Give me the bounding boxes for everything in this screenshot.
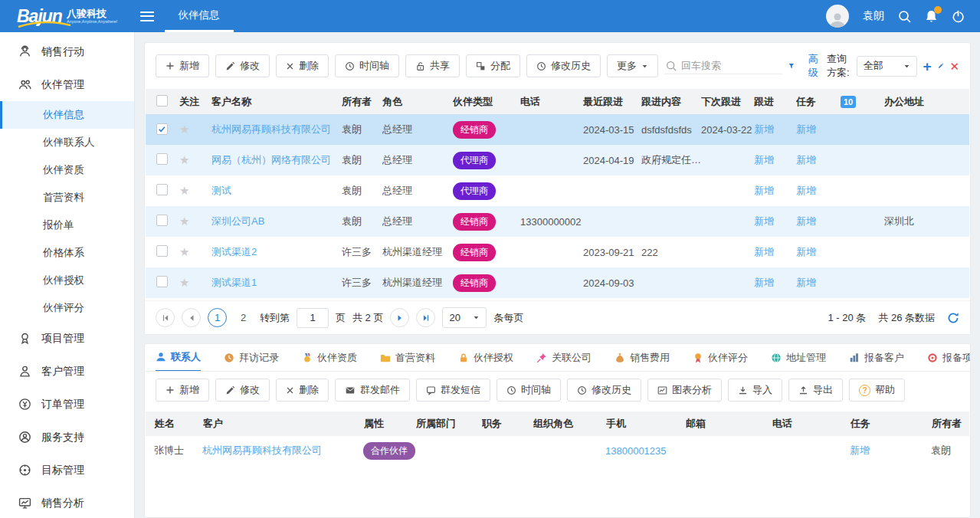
customer-link[interactable]: 深圳公司AB — [211, 215, 264, 227]
tab-first-sale-docs[interactable]: 首营资料 — [380, 344, 435, 372]
row-checkbox[interactable] — [156, 276, 168, 287]
row-checkbox[interactable] — [156, 184, 168, 195]
page-number-1[interactable]: 1 — [208, 308, 227, 327]
last-page-button[interactable] — [416, 308, 435, 327]
favorite-star-icon[interactable] — [179, 215, 189, 228]
add-scheme-icon[interactable] — [923, 59, 932, 74]
tab-related-companies[interactable]: 关联公司 — [536, 344, 592, 372]
user-avatar[interactable] — [826, 5, 849, 28]
filter-funnel-icon[interactable] — [788, 61, 795, 71]
add-task-link[interactable]: 新增 — [796, 185, 816, 196]
customer-link[interactable]: 测试渠道2 — [211, 246, 257, 257]
edit-contact-button[interactable]: 修改 — [215, 379, 270, 402]
delete-contact-button[interactable]: 删除 — [276, 379, 329, 402]
delete-button[interactable]: 删除 — [276, 54, 329, 77]
tab-partner-score[interactable]: 伙伴评分 — [693, 344, 748, 372]
import-button[interactable]: 导入 — [728, 379, 782, 402]
delete-scheme-icon[interactable] — [949, 61, 959, 72]
share-button[interactable]: 共享 — [405, 54, 460, 77]
search-icon[interactable] — [898, 10, 911, 23]
favorite-star-icon[interactable] — [179, 153, 189, 166]
query-scheme-select[interactable]: 全部 — [857, 56, 917, 77]
row-checkbox[interactable] — [156, 215, 168, 226]
tab-reported-customers[interactable]: 报备客户 — [849, 344, 904, 372]
row-checkbox[interactable] — [156, 153, 168, 165]
add-follow-link[interactable]: 新增 — [754, 246, 774, 257]
tab-visit-records[interactable]: 拜访记录 — [224, 344, 279, 372]
sidebar-item-customer-mgmt[interactable]: 客户管理 — [0, 355, 134, 388]
assign-button[interactable]: 分配 — [466, 54, 520, 77]
sidebar-item-partner-score[interactable]: 伙伴评分 — [0, 294, 134, 322]
select-all-checkbox[interactable] — [156, 95, 168, 107]
sidebar-item-order-mgmt[interactable]: 订单管理 — [0, 388, 134, 421]
next-page-button[interactable] — [390, 308, 409, 327]
sidebar-item-target-mgmt[interactable]: 目标管理 — [0, 454, 134, 487]
add-follow-link[interactable]: 新增 — [754, 123, 774, 135]
page-size-select[interactable]: 20 — [442, 307, 487, 328]
tab-partner-authorization[interactable]: 伙伴授权 — [458, 344, 513, 372]
refresh-icon[interactable] — [947, 312, 959, 324]
add-task-link[interactable]: 新增 — [796, 215, 816, 227]
tab-reported-projects[interactable]: 报备项目 — [927, 344, 970, 372]
add-task-link[interactable]: 新增 — [796, 154, 816, 166]
tab-partner-qualification[interactable]: 伙伴资质 — [302, 344, 357, 372]
sidebar-item-partner-mgmt[interactable]: 伙伴管理 — [0, 68, 134, 101]
favorite-star-icon[interactable] — [179, 123, 189, 136]
add-task-link[interactable]: 新增 — [796, 277, 816, 288]
edit-scheme-icon[interactable] — [938, 61, 944, 71]
page-number-2[interactable]: 2 — [234, 308, 253, 327]
sidebar-item-service-support[interactable]: 服务支持 — [0, 421, 134, 454]
tab-sales-expenses[interactable]: 销售费用 — [615, 344, 670, 372]
contact-customer-link[interactable]: 杭州网易再顾科技有限公司 — [202, 444, 322, 456]
edit-history-button[interactable]: 修改历史 — [526, 54, 601, 77]
timeline-button[interactable]: 时间轴 — [497, 379, 561, 402]
sidebar-item-partner-info[interactable]: 伙伴信息 — [0, 101, 134, 129]
timeline-button[interactable]: 时间轴 — [335, 54, 399, 77]
tab-partner-info[interactable]: 伙伴信息 — [165, 0, 234, 32]
mass-email-button[interactable]: 群发邮件 — [335, 379, 410, 402]
sidebar-item-project-mgmt[interactable]: 项目管理 — [0, 322, 134, 355]
prev-page-button[interactable] — [182, 308, 201, 327]
first-page-button[interactable] — [156, 308, 175, 327]
edit-button[interactable]: 修改 — [215, 54, 270, 77]
customer-link[interactable]: 测试渠道1 — [211, 277, 257, 288]
sidebar-item-price-system[interactable]: 价格体系 — [0, 239, 134, 267]
edit-history-button[interactable]: 修改历史 — [567, 379, 641, 402]
notification-bell-icon[interactable] — [925, 9, 938, 23]
row-checkbox[interactable] — [156, 245, 168, 257]
sidebar-item-first-sale-docs[interactable]: 首营资料 — [0, 184, 134, 211]
sidebar-item-sales-analysis[interactable]: 销售分析 — [0, 487, 134, 518]
contact-add-task-link[interactable]: 新增 — [850, 444, 870, 456]
more-button[interactable]: 更多 — [607, 54, 658, 77]
user-name[interactable]: 袁朗 — [863, 9, 884, 23]
export-button[interactable]: 导出 — [788, 379, 843, 402]
customer-link[interactable]: 杭州网易再顾科技有限公司 — [211, 123, 331, 135]
customer-link[interactable]: 网易（杭州）网络有限公司 — [211, 154, 331, 166]
customer-link[interactable]: 测试 — [211, 185, 231, 196]
mass-sms-button[interactable]: 群发短信 — [416, 379, 490, 402]
chart-analysis-button[interactable]: 图表分析 — [647, 379, 722, 402]
add-button[interactable]: 新增 — [156, 54, 209, 77]
add-follow-link[interactable]: 新增 — [754, 185, 774, 196]
goto-page-input[interactable] — [297, 308, 329, 328]
sidebar-item-partner-contacts[interactable]: 伙伴联系人 — [0, 129, 134, 156]
help-button[interactable]: 帮助 — [849, 379, 905, 402]
sidebar-item-quotation[interactable]: 报价单 — [0, 211, 134, 239]
add-follow-link[interactable]: 新增 — [754, 215, 774, 227]
contact-mobile-link[interactable]: 13800001235 — [605, 445, 667, 457]
sidebar-item-partner-qualification[interactable]: 伙伴资质 — [0, 156, 134, 184]
sidebar-item-partner-authorization[interactable]: 伙伴授权 — [0, 267, 134, 294]
advanced-search-link[interactable]: 高级 — [808, 52, 819, 80]
search-input[interactable] — [681, 60, 781, 71]
add-contact-button[interactable]: 新增 — [156, 379, 209, 402]
tab-address-mgmt[interactable]: 地址管理 — [771, 344, 826, 372]
favorite-star-icon[interactable] — [179, 276, 189, 289]
logout-power-icon[interactable] — [952, 10, 965, 23]
add-task-link[interactable]: 新增 — [796, 123, 816, 135]
add-follow-link[interactable]: 新增 — [754, 277, 774, 288]
menu-hamburger-icon[interactable] — [140, 11, 154, 21]
row-checkbox[interactable] — [156, 123, 168, 135]
tab-contacts[interactable]: 联系人 — [156, 344, 201, 372]
add-task-link[interactable]: 新增 — [796, 246, 816, 257]
add-follow-link[interactable]: 新增 — [754, 154, 774, 166]
